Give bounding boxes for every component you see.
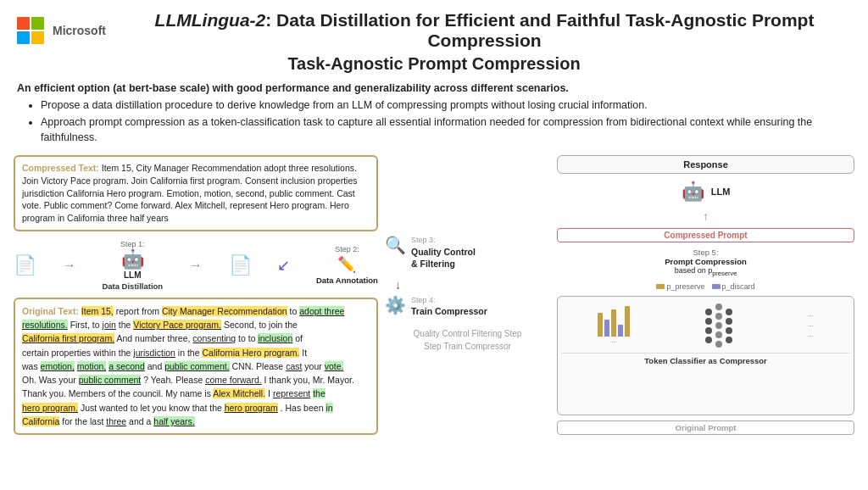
t2: to: [290, 306, 300, 316]
left-panel: Compressed Text: Item 15, City Manager R…: [14, 155, 378, 435]
legend-ppreserve-label: p_preserve: [666, 282, 704, 291]
step2-block: Step 2: ✏️ Data Annotation: [316, 245, 378, 285]
quality-control-label: Quality Control Filtering Step: [385, 329, 550, 338]
doc-icon-block: 📄: [14, 256, 36, 275]
layer-3: [726, 309, 732, 343]
node-2-4: [715, 331, 722, 338]
bullet-1: Propose a data distillation procedure to…: [41, 97, 851, 113]
node-2-5: [715, 341, 722, 348]
public-comment: public comment.: [164, 361, 229, 371]
title-italic: LLMLingua-2: [155, 10, 266, 30]
represent: represent: [273, 388, 310, 398]
original-text-box: Original Text: Item 15, report from City…: [14, 298, 378, 435]
alex-mitchell: Alex Mitchell.: [213, 388, 265, 398]
inclusion: inclusion: [258, 333, 292, 343]
bar-1: [598, 313, 603, 337]
california3: California: [22, 416, 59, 426]
classifier-diagram: ···: [557, 296, 854, 415]
flow-steps: 📄 → Step 1: 🤖 LLM Data Distillation → 📄 …: [14, 237, 378, 292]
resolutions: resolutions.: [22, 320, 68, 330]
bullet-list: Propose a data distillation procedure to…: [17, 97, 851, 145]
bar-4: [618, 325, 623, 337]
emotion: emotion,: [41, 361, 75, 371]
ellipsis-dots: ···: [598, 338, 630, 346]
t4: the: [119, 320, 134, 330]
step5-desc: Prompt Compression: [557, 257, 854, 266]
step1-name: LLM: [124, 270, 142, 280]
document2-icon: 📄: [229, 256, 252, 275]
compressed-text-box: Compressed Text: Item 15, City Manager R…: [14, 155, 378, 231]
come-forward: come forward.: [205, 375, 262, 385]
bar-3: [611, 309, 616, 337]
adopt-three: adopt three: [299, 306, 344, 316]
step3-row: 🔍 Step 3: Quality Control& Filtering: [385, 235, 550, 269]
step1-num: Step 1:: [120, 240, 145, 248]
jurisdiction: jurisdiction: [133, 348, 175, 358]
nn-layers: [705, 303, 732, 348]
step5-desc2: based on ppreserve: [557, 266, 854, 277]
step4-desc: Step 4: Train Compressor: [411, 295, 487, 317]
california-hero: California Hero program.: [202, 348, 299, 358]
t24: Just wanted to let you know that the: [81, 403, 225, 413]
bar-2: [604, 320, 609, 337]
dot-r2: ···: [808, 322, 814, 330]
t16: CNN. Please: [232, 361, 287, 371]
step2-num: Step 2:: [335, 245, 359, 253]
step3-num: Step 3:: [411, 235, 476, 245]
arrow-1: →: [63, 258, 76, 273]
t6: And number three,: [116, 333, 192, 343]
legend-ppreserve: p_preserve: [656, 282, 704, 291]
layer-2: [715, 303, 722, 348]
qc-icon: 🔍: [385, 235, 406, 255]
summary-bold: An efficient option (at bert-base scale)…: [17, 82, 851, 94]
brand-label: Microsoft: [53, 24, 106, 37]
step4-name: Train Compressor: [411, 305, 487, 317]
bullet-2: Approach prompt compression as a token-c…: [41, 114, 851, 145]
node-1-2: [705, 318, 712, 325]
step1-desc: Data Distillation: [102, 281, 163, 291]
legend-pdiscard: p_discard: [712, 282, 755, 291]
page-title: LLMLingua-2: Data Distillation for Effic…: [118, 10, 851, 51]
california-fp: California first program.: [22, 333, 114, 343]
t26: for the last: [62, 416, 106, 426]
node-3-2: [726, 318, 732, 325]
hero-program2: hero program: [225, 403, 278, 413]
the-span: the: [313, 388, 326, 398]
t8: of: [295, 333, 303, 343]
bar-5: [625, 306, 630, 337]
compressed-text-label: Compressed Text:: [22, 163, 99, 173]
step5-num: Step 5:: [557, 248, 854, 257]
legend-pdiscard-label: p_discard: [722, 282, 755, 291]
nn-visual: ···: [561, 300, 850, 351]
t17: your: [304, 361, 324, 371]
t5: Second, to join the: [224, 320, 298, 330]
step1-block: Step 1: 🤖 LLM Data Distillation: [102, 240, 163, 291]
join: join: [103, 320, 116, 330]
step3-desc: Step 3: Quality Control& Filtering: [411, 235, 476, 269]
bar-chart-left: ···: [598, 306, 630, 346]
dot-r1: ···: [808, 312, 814, 320]
city-manager: City Manager Recommendation: [162, 306, 287, 316]
original-text-label: Original Text:: [22, 306, 81, 316]
step2-name: Data Annotation: [316, 276, 378, 285]
step3-name: Quality Control& Filtering: [411, 246, 476, 270]
node-2-3: [715, 322, 722, 329]
right-panel: Response 🤖 LLM ↑ Compressed Prompt Step …: [557, 155, 854, 435]
response-box: Response: [557, 155, 854, 174]
t19: ? Yeah. Please: [143, 375, 205, 385]
t10: in the: [178, 348, 203, 358]
node-3-4: [726, 337, 732, 343]
compressed-prompt-label: Compressed Prompt: [557, 228, 854, 242]
step4-row: ⚙️ Step 4: Train Compressor: [385, 295, 550, 317]
legend-row: p_preserve p_discard: [557, 282, 854, 291]
step-train-label: Step Train Compressor: [385, 342, 550, 351]
layer-1: [705, 309, 712, 343]
t3: First, to: [70, 320, 103, 330]
llm-row: 🤖 LLM: [557, 179, 854, 204]
item15: Item 15,: [81, 306, 114, 316]
middle-panel: 🔍 Step 3: Quality Control& Filtering ↓ ⚙…: [385, 155, 550, 435]
node-1-4: [705, 337, 712, 343]
header: Microsoft LLMLingua-2: Data Distillation…: [0, 0, 868, 54]
step5-block: Step 5: Prompt Compression based on ppre…: [557, 248, 854, 277]
t21: Thank you. Members of the council. My na…: [22, 388, 213, 398]
